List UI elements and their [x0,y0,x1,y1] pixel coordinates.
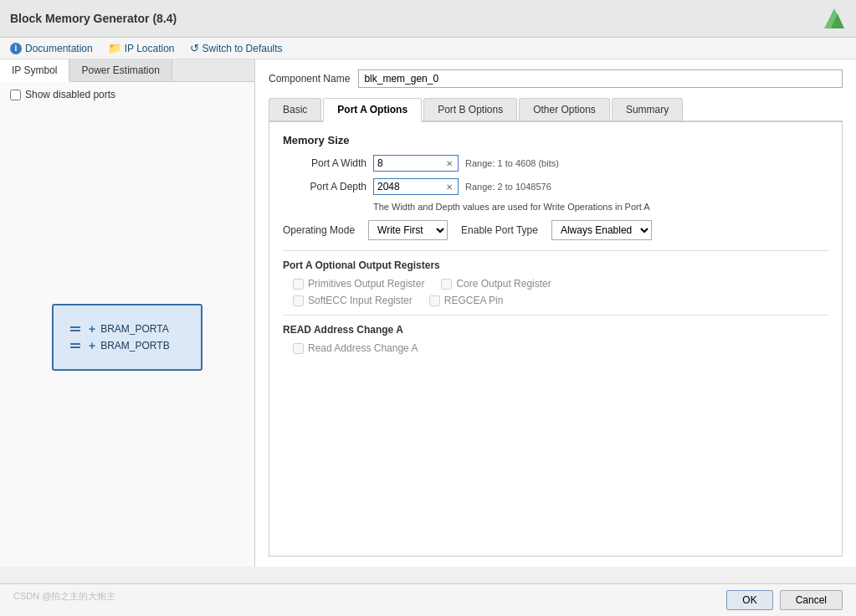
refresh-icon: ↺ [190,42,199,54]
ok-button[interactable]: OK [726,590,772,610]
component-name-input[interactable] [358,69,843,88]
port-a-depth-label: Port A Depth [283,181,366,192]
switch-to-defaults-link[interactable]: ↺ Switch to Defaults [190,42,283,54]
operating-mode-label: Operating Mode [283,224,355,236]
bram-portb-row: + BRAM_PORTB [70,339,184,352]
read-address-label: Read Address Change A [308,342,418,354]
core-output-label: Core Output Register [456,278,551,290]
documentation-link[interactable]: i Documentation [10,43,93,54]
read-address-row: Read Address Change A [283,342,828,354]
location-icon: 📁 [108,42,121,54]
xilinx-logo [823,7,846,30]
portb-lines [70,343,80,348]
read-address-checkbox [293,343,304,354]
cancel-button[interactable]: Cancel [780,590,843,610]
port-a-depth-input[interactable] [377,181,444,192]
port-a-depth-clear-icon[interactable]: ✕ [444,182,454,192]
bram-portb-label: BRAM_PORTB [100,340,169,352]
tab-basic[interactable]: Basic [269,98,321,121]
porta-plus-icon: + [89,322,95,336]
port-a-width-label: Port A Width [283,157,366,169]
port-a-width-input[interactable] [377,157,444,169]
core-output-item: Core Output Register [441,278,551,290]
softecc-label: SoftECC Input Register [308,295,413,306]
title-bar: Block Memory Generator (8.4) [0,0,856,38]
toolbar: i Documentation 📁 IP Location ↺ Switch t… [0,38,856,59]
tab-content-port-a: Memory Size Port A Width ✕ Range: 1 to 4… [269,122,843,557]
porta-lines [70,326,80,331]
port-a-width-row: Port A Width ✕ Range: 1 to 4608 (bits) [283,155,828,172]
divider-2 [283,315,828,316]
read-address-title: READ Address Change A [283,324,828,336]
regcea-item: REGCEA Pin [429,295,504,306]
regcea-label: REGCEA Pin [444,295,504,306]
enable-port-type-select[interactable]: Always Enabled Use ENA Pin [551,220,652,240]
show-disabled-label: Show disabled ports [25,89,115,100]
core-output-checkbox [441,279,452,290]
port-a-depth-wrap: ✕ [373,178,459,195]
output-registers-row-2: SoftECC Input Register REGCEA Pin [283,295,828,306]
ip-location-link[interactable]: 📁 IP Location [108,42,175,54]
ip-location-label: IP Location [125,43,175,54]
primitives-output-checkbox [293,279,304,290]
port-a-width-clear-icon[interactable]: ✕ [444,159,454,168]
bram-porta-row: + BRAM_PORTA [70,322,184,336]
softecc-item: SoftECC Input Register [293,295,413,306]
right-panel: Component Name Basic Port A Options Port… [255,59,856,567]
left-panel: IP Symbol Power Estimation Show disabled… [0,59,255,567]
bram-symbol: + BRAM_PORTA + BRAM_PORTB [52,304,202,371]
tab-ip-symbol[interactable]: IP Symbol [0,59,69,82]
component-name-row: Component Name [269,69,843,88]
tab-summary[interactable]: Summary [612,98,683,121]
primitives-output-item: Primitives Output Register [293,278,424,290]
tab-port-a-options[interactable]: Port A Options [323,98,422,122]
tabs-bar: Basic Port A Options Port B Options Othe… [269,98,843,122]
bottom-bar: CSDN @拍之主的大炮主 OK Cancel [0,583,856,616]
portb-plus-icon: + [89,339,95,352]
main-content: IP Symbol Power Estimation Show disabled… [0,59,856,567]
watermark: CSDN @拍之主的大炮主 [13,590,115,610]
symbol-area: + BRAM_PORTA + BRAM_PORTB [0,107,254,567]
tab-other-options[interactable]: Other Options [519,98,610,121]
component-name-label: Component Name [269,73,350,85]
show-disabled-row: Show disabled ports [0,82,254,107]
switch-to-defaults-label: Switch to Defaults [202,43,283,54]
note-text: The Width and Depth values are used for … [283,202,828,212]
port-a-width-wrap: ✕ [373,155,459,172]
tab-port-b-options[interactable]: Port B Options [423,98,517,121]
softecc-checkbox [293,295,304,306]
port-a-depth-row: Port A Depth ✕ Range: 2 to 1048576 [283,178,828,195]
memory-size-title: Memory Size [283,134,828,146]
window-title: Block Memory Generator (8.4) [10,12,177,25]
mode-row: Operating Mode Write First Read First No… [283,220,828,240]
enable-port-type-label: Enable Port Type [461,224,538,236]
regcea-checkbox [429,295,440,306]
bram-porta-label: BRAM_PORTA [100,323,169,335]
info-icon: i [10,43,22,54]
primitives-output-label: Primitives Output Register [308,278,424,290]
optional-registers-title: Port A Optional Output Registers [283,259,828,271]
show-disabled-checkbox[interactable] [10,90,21,100]
divider-1 [283,250,828,251]
tab-power-estimation[interactable]: Power Estimation [69,59,172,81]
documentation-label: Documentation [25,43,93,54]
operating-mode-select[interactable]: Write First Read First No Change [368,220,448,240]
output-registers-row-1: Primitives Output Register Core Output R… [283,278,828,290]
left-tabs: IP Symbol Power Estimation [0,59,254,82]
port-a-depth-range: Range: 2 to 1048576 [465,182,551,192]
port-a-width-range: Range: 1 to 4608 (bits) [465,158,559,168]
read-address-item: Read Address Change A [293,342,418,354]
